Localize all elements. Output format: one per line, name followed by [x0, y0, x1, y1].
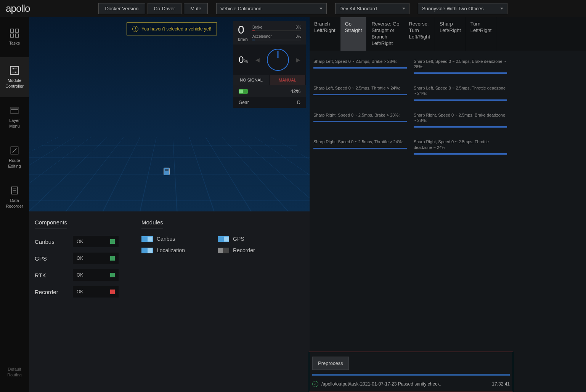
module-label: Canbus [157, 236, 175, 242]
svg-rect-4 [10, 66, 19, 75]
status-indicator [110, 239, 115, 244]
sidebar-item-label: Layer Menu [9, 118, 20, 129]
sidebar-item-layer-menu[interactable]: Layer Menu [0, 97, 29, 137]
scenario-tab-branch[interactable]: Branch Left/Right [310, 17, 340, 51]
module-toggle-recorder[interactable] [218, 248, 229, 253]
module-item: Canbus [141, 236, 199, 242]
caret-down-icon [319, 8, 323, 10]
component-name: RTK [35, 272, 73, 278]
component-row: Recorder OK [35, 286, 130, 298]
log-message: /apollo/output/task-2021-01-07-17-23 Pas… [321, 381, 441, 387]
svg-rect-10 [11, 110, 18, 114]
metric-progress [414, 126, 507, 128]
metric-item: Sharp Right, Speed 0 ~ 2.5mps, Brake dea… [414, 112, 507, 128]
component-status: OK [73, 269, 119, 281]
warning-banner: ! You haven't selected a vehicle yet! [127, 22, 217, 35]
hud-panel: 0 km/h Brake0% Accelerator0% [233, 21, 306, 108]
svg-rect-1 [15, 29, 19, 33]
battery-toggle[interactable] [239, 89, 248, 94]
sidebar-item-module-controller[interactable]: Module Controller [0, 57, 29, 97]
caret-down-icon [402, 8, 405, 10]
svg-rect-9 [11, 107, 18, 109]
module-toggle-canbus[interactable] [141, 236, 153, 242]
components-title: Components [35, 219, 67, 229]
scenario-tab-reverse-go[interactable]: Reverse: Go Straight or Branch Left/Righ… [367, 17, 404, 51]
tasks-icon [10, 28, 19, 38]
driving-mode: MANUAL [270, 75, 306, 85]
signal-status: NO SIGNAL [233, 75, 270, 85]
bottom-panel: Components Canbus OK GPS OK RTK OK Recor… [29, 211, 310, 392]
sidebar-item-default-routing[interactable]: Default Routing [0, 352, 29, 392]
document-icon [10, 186, 19, 195]
modules-title: Modules [141, 219, 163, 229]
preprocess-button[interactable]: Preprocess [312, 357, 349, 370]
co-driver-button[interactable]: Co-Driver [148, 3, 182, 14]
mode-select[interactable]: Vehicle Calibration [216, 3, 327, 14]
status-indicator [110, 256, 115, 261]
map-select[interactable]: Sunnyvale With Two Offices [418, 3, 507, 14]
svg-rect-0 [10, 29, 14, 33]
steer-value: 0 [239, 54, 244, 65]
module-label: Localization [157, 247, 185, 253]
sidebar-item-label: Data Recorder [6, 198, 23, 209]
metric-item: Sharp Left, Speed 0 ~ 2.5mps, Throttle d… [414, 85, 507, 101]
metric-progress [414, 72, 507, 74]
gear-value: D [297, 100, 300, 105]
sidebar-item-data-recorder[interactable]: Data Recorder [0, 177, 29, 217]
accel-bar [252, 40, 301, 40]
preprocess-area: Preprocess ✓ /apollo/output/task-2021-01… [309, 352, 513, 392]
caret-down-icon [500, 8, 503, 10]
docker-version-button[interactable]: Docker Version [98, 3, 145, 14]
module-toggle-localization[interactable] [141, 248, 153, 253]
gear-label: Gear [239, 100, 249, 105]
kit-select[interactable]: Dev Kit Standard [335, 3, 409, 14]
component-status: OK [73, 236, 119, 247]
layers-icon [10, 106, 19, 115]
scenario-tab-go-straight[interactable]: Go Straight [340, 17, 367, 51]
steer-unit: % [244, 58, 248, 64]
sidebar-item-label: Default Routing [7, 366, 22, 378]
log-timestamp: 17:32:41 [492, 381, 510, 387]
metric-progress [414, 99, 507, 101]
sidebar-item-label: Tasks [9, 40, 20, 46]
metric-progress [313, 121, 407, 122]
metrics-grid: Sharp Left, Speed 0 ~ 2.5mps, Brake > 28… [310, 51, 586, 162]
brake-label: Brake [252, 25, 262, 29]
hud-steering: 0% ◀ ▶ [233, 45, 306, 75]
scenario-tab-reverse-turn[interactable]: Reverse: Turn Left/Right [404, 17, 435, 51]
arrow-right-icon: ▶ [296, 57, 300, 63]
arrow-left-icon: ◀ [255, 57, 260, 63]
vehicle-marker [164, 168, 170, 175]
sidebar: Tasks Module Controller Layer Menu Route… [0, 17, 29, 392]
component-status: OK [73, 253, 119, 264]
metric-item: Sharp Left, Speed 0 ~ 2.5mps, Brake > 28… [313, 59, 407, 74]
sidebar-item-route-editing[interactable]: Route Editing [0, 137, 29, 177]
svg-rect-3 [15, 34, 19, 38]
metric-item: Sharp Right, Speed 0 ~ 2.5mps, Throttle … [414, 139, 507, 155]
module-label: Recorder [233, 247, 255, 253]
steering-dial [267, 49, 289, 71]
component-row: RTK OK [35, 269, 130, 281]
edit-icon [10, 146, 19, 155]
scenario-tab-turn[interactable]: Turn Left/Right [466, 17, 497, 51]
brake-bar [252, 30, 301, 31]
scenario-tabs: Branch Left/Right Go Straight Reverse: G… [310, 17, 586, 51]
status-indicator [110, 290, 115, 294]
warning-icon: ! [132, 26, 138, 32]
metric-item: Sharp Right, Speed 0 ~ 2.5mps, Brake > 2… [313, 112, 407, 128]
hud-speed-unit: km/h [238, 37, 248, 42]
mode-select-value: Vehicle Calibration [220, 6, 262, 11]
scenario-tab-sharp[interactable]: Sharp Left/Right [435, 17, 466, 51]
svg-point-6 [13, 68, 14, 69]
header: apollo Docker Version Co-Driver Mute Veh… [0, 0, 586, 17]
module-toggle-gps[interactable] [218, 236, 229, 242]
viewport-3d[interactable]: ! You haven't selected a vehicle yet! 0 … [29, 17, 310, 211]
component-name: Recorder [35, 289, 73, 295]
metric-progress [313, 67, 407, 69]
module-label: GPS [233, 236, 244, 242]
metric-item: Sharp Right, Speed 0 ~ 2.5mps, Throttle … [313, 139, 407, 155]
sliders-icon [10, 66, 19, 75]
module-item: GPS [218, 236, 275, 242]
mute-button[interactable]: Mute [184, 3, 208, 14]
sidebar-item-tasks[interactable]: Tasks [0, 17, 29, 57]
